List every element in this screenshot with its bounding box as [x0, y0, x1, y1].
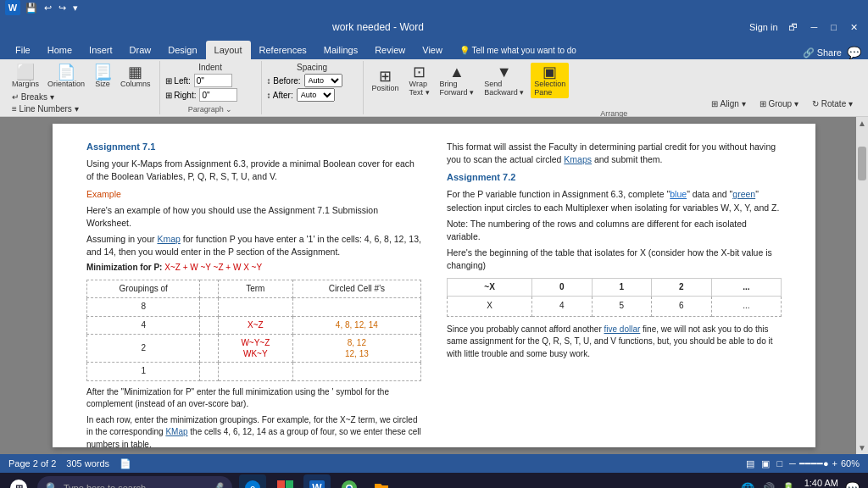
start-button[interactable]: ⊞ [3, 473, 34, 488]
orientation-button[interactable]: 📄 Orientation [44, 63, 88, 90]
five-dollar-link[interactable]: five dollar [604, 324, 641, 334]
spacing-before-select[interactable]: Auto [304, 74, 342, 87]
zoom-out-button[interactable]: ─ [789, 458, 796, 469]
green-link[interactable]: green [732, 189, 755, 199]
minimize-button[interactable]: ─ [808, 22, 821, 32]
tab-view[interactable]: View [414, 41, 451, 59]
tab-draw[interactable]: Draw [121, 41, 160, 59]
group-button[interactable]: ⊞ Group ▾ [756, 98, 802, 109]
empty-cell [200, 335, 219, 363]
save-qat-button[interactable]: 💾 [24, 3, 39, 14]
blue-link[interactable]: blue [670, 189, 687, 199]
document-page: Assignment 7.1 Using your K-Maps from As… [53, 124, 815, 447]
scroll-down-arrow[interactable]: ▼ [856, 441, 868, 454]
spacing-after-label: ↕ After: [267, 91, 293, 100]
line-numbers-button[interactable]: ≡ Line Numbers ▾ [8, 103, 154, 114]
indent-right-input[interactable] [199, 88, 237, 102]
svg-text:e: e [250, 483, 255, 488]
word-taskbar-icon[interactable]: W [303, 474, 331, 488]
rotate-button[interactable]: ↻ Rotate ▾ [809, 98, 856, 109]
tab-file[interactable]: File [7, 41, 39, 59]
position-button[interactable]: ⊞ Position [369, 67, 403, 94]
zoom-level: 60% [841, 458, 860, 469]
scroll-up-arrow[interactable]: ▲ [856, 117, 868, 130]
sign-in-button[interactable]: Sign in [749, 22, 778, 32]
col-0: 0 [532, 278, 593, 297]
cells-empty1 [292, 298, 420, 317]
minimization-table: Groupings of Term Circled Cell #'s 8 [86, 280, 421, 381]
web-layout-icon[interactable]: ▣ [761, 458, 770, 469]
tab-references[interactable]: References [251, 41, 315, 59]
store-icon[interactable] [271, 474, 298, 488]
selection-pane-button[interactable]: ▣ SelectionPane [531, 63, 569, 98]
close-button[interactable]: ✕ [847, 22, 861, 33]
margins-button[interactable]: ⬜ Margins [8, 63, 42, 90]
chrome-icon[interactable] [336, 474, 363, 488]
bring-forward-button[interactable]: ▲ BringForward ▾ [437, 63, 478, 98]
doc-icon: 📄 [120, 458, 131, 469]
tab-review[interactable]: Review [366, 41, 414, 59]
edge-icon[interactable]: e [239, 474, 266, 488]
print-layout-icon[interactable]: ▤ [746, 458, 754, 469]
kmap-link2[interactable]: KMap [165, 427, 187, 436]
tab-home[interactable]: Home [39, 41, 81, 59]
size-button[interactable]: 📃 Size [90, 63, 115, 90]
notifications-icon[interactable]: 💬 [845, 481, 860, 488]
kmaps-link[interactable]: Kmaps [564, 154, 592, 164]
page-indicator: Page 2 of 2 [8, 458, 56, 469]
cells-4812: 4, 8, 12, 14 [292, 316, 420, 335]
read-mode-icon[interactable]: □ [776, 458, 782, 469]
example-text: Here's an example of how you should use … [86, 204, 421, 230]
footer-text2: In each row, enter the minimization grou… [86, 414, 421, 452]
left-column: Assignment 7.1 Using your K-Maps from As… [86, 141, 421, 430]
tab-layout[interactable]: Layout [206, 41, 251, 59]
restore-window-icon[interactable]: 🗗 [785, 22, 801, 32]
align-button[interactable]: ⊞ Align ▾ [708, 98, 748, 109]
right-footer: Since you probably cannot afford another… [447, 324, 782, 361]
files-icon[interactable] [368, 474, 395, 488]
tab-insert[interactable]: Insert [81, 41, 121, 59]
vertical-scrollbar[interactable]: ▲ ▼ [856, 117, 868, 454]
tab-design[interactable]: Design [159, 41, 205, 59]
indent-left-input[interactable] [194, 74, 232, 87]
col-2: 2 [652, 278, 712, 297]
assuming-text: Assuming in your Kmap for function P you… [86, 233, 421, 258]
redo-qat-button[interactable]: ↪ [57, 3, 68, 14]
spacing-after-select[interactable]: Auto [297, 88, 335, 102]
position-icon: ⊞ [379, 69, 392, 84]
empty-cell [200, 316, 219, 335]
zoom-in-button[interactable]: + [832, 458, 837, 469]
table-row: 8 [87, 298, 421, 317]
customize-qat-button[interactable]: ▾ [71, 3, 80, 14]
document-area: Assignment 7.1 Using your K-Maps from As… [0, 117, 868, 454]
footer-text1: After the "Minimization for P" enter the… [86, 386, 421, 411]
zoom-slider[interactable]: ━━━━● [799, 458, 829, 469]
selection-pane-icon: ▣ [542, 64, 557, 80]
title-bar-right: Sign in 🗗 ─ □ ✕ [749, 22, 861, 33]
share-button[interactable]: 🔗 Share [803, 47, 842, 58]
microphone-icon[interactable]: 🎤 [210, 482, 224, 489]
columns-button[interactable]: ▦ Columns [117, 63, 154, 90]
comments-button[interactable]: 💬 [847, 46, 861, 59]
breaks-button[interactable]: ↵ Breaks ▾ [8, 92, 154, 103]
wrap-text-button[interactable]: ⊡ WrapText ▾ [406, 63, 433, 98]
table-row: X 4 5 6 ... [448, 297, 782, 317]
minimization-label: Minimization for P: [86, 263, 162, 272]
zoom-control[interactable]: ─ ━━━━● + 60% [789, 458, 860, 469]
tab-mailings[interactable]: Mailings [315, 41, 366, 59]
tab-tell-me[interactable]: 💡 Tell me what you want to do [451, 41, 585, 59]
spacing-before-label: ↕ Before: [267, 76, 301, 86]
note-text: Note: The numbering of the rows and colu… [447, 218, 782, 243]
send-backward-button[interactable]: ▼ SendBackward ▾ [481, 63, 527, 98]
page-wrapper: Assignment 7.1 Using your K-Maps from As… [0, 117, 868, 454]
taskbar-search-bar[interactable]: 🔍 Type here to search 🎤 [37, 476, 232, 488]
kmap-link[interactable]: Kmap [157, 234, 180, 244]
maximize-button[interactable]: □ [827, 22, 840, 32]
scroll-thumb[interactable] [858, 147, 866, 180]
undo-qat-button[interactable]: ↩ [42, 3, 53, 14]
cells-empty2 [292, 363, 420, 381]
col-circled: Circled Cell #'s [292, 280, 420, 298]
grouping-4: 4 [87, 316, 200, 335]
ribbon: ⬜ Margins 📄 Orientation 📃 Size ▦ Columns… [0, 59, 868, 117]
right-column: This format will assist the Faculty in d… [447, 141, 782, 430]
